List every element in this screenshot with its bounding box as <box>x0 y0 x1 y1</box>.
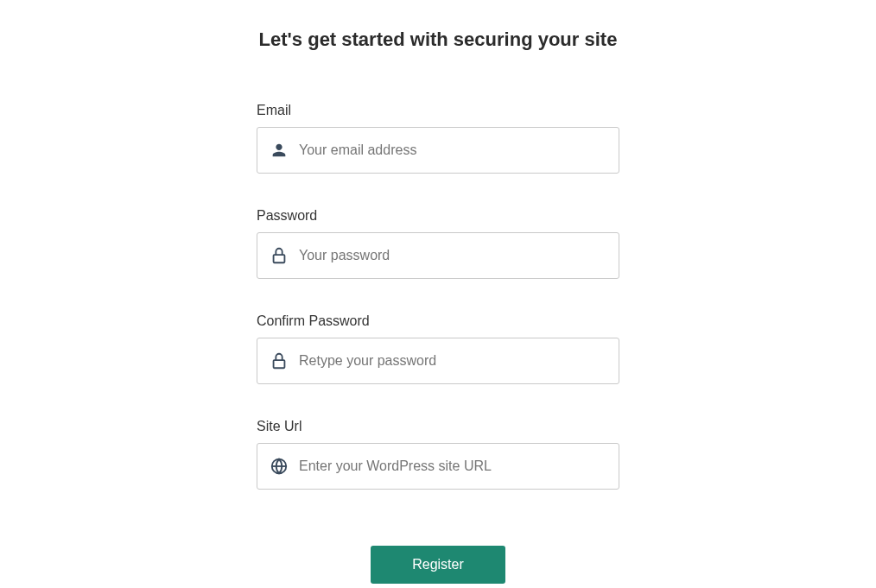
site-url-field-group: Site Url <box>257 419 619 490</box>
submit-wrapper: Register <box>257 546 619 584</box>
register-button[interactable]: Register <box>371 546 505 584</box>
site-url-input-wrapper <box>257 443 619 490</box>
user-icon <box>270 141 289 160</box>
lock-icon <box>270 246 289 265</box>
password-field-group: Password <box>257 208 619 279</box>
confirm-password-field-group: Confirm Password <box>257 313 619 384</box>
email-input-wrapper <box>257 127 619 174</box>
password-input-wrapper <box>257 232 619 279</box>
svg-rect-1 <box>274 360 285 368</box>
registration-form: Email Password Confirm Password Site Url <box>257 103 619 584</box>
page-heading: Let's get started with securing your sit… <box>259 28 618 51</box>
password-label: Password <box>257 208 619 224</box>
site-url-label: Site Url <box>257 419 619 434</box>
lock-icon <box>270 351 289 370</box>
confirm-password-label: Confirm Password <box>257 313 619 329</box>
svg-rect-0 <box>274 255 285 262</box>
confirm-password-input-wrapper <box>257 338 619 384</box>
site-url-input[interactable] <box>299 458 606 474</box>
email-label: Email <box>257 103 619 118</box>
globe-icon <box>270 457 289 476</box>
email-input[interactable] <box>299 142 606 158</box>
confirm-password-input[interactable] <box>299 353 606 369</box>
email-field-group: Email <box>257 103 619 174</box>
password-input[interactable] <box>299 248 606 263</box>
